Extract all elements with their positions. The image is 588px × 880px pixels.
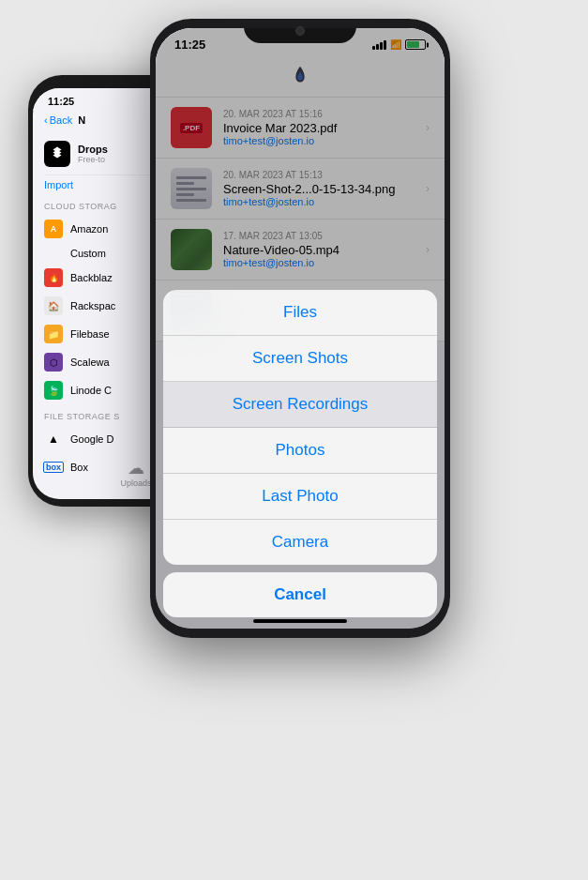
scaleway-name: Scalewa bbox=[70, 357, 110, 368]
action-camera[interactable]: Camera bbox=[163, 520, 437, 565]
dropbox-icon bbox=[44, 141, 70, 167]
scaleway-icon: ⬡ bbox=[44, 353, 63, 372]
bg-back-button[interactable]: ‹ Back bbox=[44, 114, 72, 126]
filebase-icon: 📁 bbox=[44, 325, 63, 343]
amazon-name: Amazon bbox=[70, 223, 108, 235]
action-screenshots[interactable]: Screen Shots bbox=[163, 336, 437, 382]
filebase-name: Filebase bbox=[70, 328, 110, 340]
bg-page-title: N bbox=[78, 114, 85, 126]
bg-time: 11:25 bbox=[48, 96, 74, 107]
main-screen: 11:25 📶 bbox=[156, 28, 445, 629]
dropbox-name: Drops bbox=[78, 144, 108, 155]
action-sheet-overlay: Files Screen Shots Screen Recordings Pho… bbox=[156, 28, 445, 629]
front-camera bbox=[295, 26, 305, 36]
google-drive-icon: ▲ bbox=[44, 430, 63, 448]
cloud-upload-icon: ☁ bbox=[120, 458, 151, 478]
chevron-left-icon: ‹ bbox=[44, 114, 48, 126]
home-indicator bbox=[253, 619, 347, 623]
box-name: Box bbox=[70, 462, 88, 473]
action-sheet: Files Screen Shots Screen Recordings Pho… bbox=[156, 290, 445, 629]
back-label: Back bbox=[50, 114, 72, 126]
action-sheet-group: Files Screen Shots Screen Recordings Pho… bbox=[163, 290, 437, 565]
linode-icon: 🍃 bbox=[44, 381, 63, 400]
uploads-label: Uploads bbox=[120, 478, 151, 488]
dropbox-text: Drops Free-to bbox=[78, 144, 108, 164]
action-last-photo[interactable]: Last Photo bbox=[163, 474, 437, 520]
amazon-icon: A bbox=[44, 220, 63, 238]
action-cancel-button[interactable]: Cancel bbox=[163, 572, 437, 617]
action-photos[interactable]: Photos bbox=[163, 428, 437, 474]
action-files[interactable]: Files bbox=[163, 290, 437, 336]
dropbox-subtitle: Free-to bbox=[78, 155, 108, 164]
box-icon: box bbox=[44, 458, 63, 477]
rackspace-icon: 🏠 bbox=[44, 296, 63, 315]
backblaze-icon: 🔥 bbox=[44, 268, 63, 287]
linode-name: Linode C bbox=[70, 385, 112, 396]
main-phone: 11:25 📶 bbox=[150, 19, 450, 638]
rackspace-name: Rackspac bbox=[70, 300, 115, 311]
google-drive-name: Google D bbox=[70, 433, 113, 445]
backblaze-name: Backblaz bbox=[70, 272, 113, 283]
action-screen-recordings[interactable]: Screen Recordings bbox=[163, 382, 437, 428]
box-logo: box bbox=[43, 462, 64, 473]
custom-name: Custom bbox=[44, 248, 106, 259]
bg-uploads-area: ☁ Uploads bbox=[120, 458, 151, 488]
